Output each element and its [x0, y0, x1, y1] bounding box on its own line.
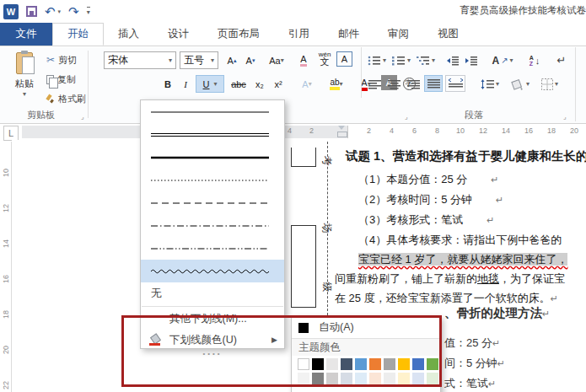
- decrease-indent-button[interactable]: [444, 51, 461, 69]
- tab-home[interactable]: 开始: [52, 23, 104, 46]
- undo-caret-icon[interactable]: ▾: [58, 8, 62, 15]
- shrink-font-button[interactable]: A▾: [242, 51, 259, 69]
- color-swatch[interactable]: [341, 373, 352, 384]
- chevron-down-icon[interactable]: ▾: [383, 56, 386, 64]
- paragraph-dialog-launcher-icon[interactable]: ⌟: [563, 113, 567, 121]
- underline-color-option[interactable]: 下划线颜色(U) ▶: [141, 329, 284, 351]
- underline-style-dashed[interactable]: [141, 191, 284, 214]
- color-swatch[interactable]: [427, 373, 438, 384]
- underline-style-thick[interactable]: [141, 146, 284, 169]
- color-swatch[interactable]: [369, 373, 381, 384]
- underline-style-single[interactable]: [141, 100, 284, 123]
- font-dialog-launcher-icon[interactable]: ⌟: [405, 113, 408, 121]
- chevron-down-icon[interactable]: ▾: [407, 56, 411, 64]
- bold-button[interactable]: B: [160, 75, 175, 93]
- tab-mailings[interactable]: 邮件: [324, 23, 374, 46]
- document-text[interactable]: 试题 1、营造和选择有益于婴儿健康和生长的环 （1）本题分值：25 分↵ （2）…: [335, 147, 586, 309]
- color-swatch[interactable]: [369, 358, 381, 370]
- character-border-button[interactable]: A: [336, 51, 352, 67]
- clear-formatting-button[interactable]: A: [295, 51, 312, 69]
- strikethrough-button[interactable]: abc: [228, 75, 250, 93]
- show-hide-marks-button[interactable]: ↵: [553, 51, 570, 69]
- save-icon[interactable]: [26, 6, 37, 17]
- italic-button[interactable]: I: [179, 75, 192, 93]
- color-swatch[interactable]: [312, 358, 324, 370]
- numbering-button[interactable]: ▾: [390, 51, 412, 69]
- borders-button[interactable]: ▾: [536, 75, 563, 93]
- shading-button[interactable]: ▾: [508, 75, 533, 93]
- multilevel-list-button[interactable]: ▾: [415, 51, 437, 69]
- tab-design[interactable]: 设计: [153, 23, 203, 46]
- customize-qat-icon[interactable]: ▾: [87, 7, 90, 16]
- underline-style-wavy[interactable]: [141, 260, 284, 282]
- chevron-down-icon[interactable]: ▾: [555, 80, 558, 88]
- highlight-color-button[interactable]: ab▾: [323, 75, 350, 93]
- undo-icon[interactable]: ↶: [45, 5, 56, 18]
- align-right-button[interactable]: [405, 75, 422, 93]
- underline-style-dash-dot-dot[interactable]: [141, 237, 284, 260]
- tab-view[interactable]: 视图: [423, 23, 473, 46]
- color-swatch[interactable]: [326, 358, 338, 370]
- align-center-button[interactable]: [385, 75, 402, 93]
- paste-caret-icon[interactable]: ▾: [7, 90, 42, 98]
- tab-review[interactable]: 审阅: [374, 23, 423, 46]
- line-spacing-button[interactable]: ▾: [477, 75, 503, 93]
- color-swatch[interactable]: [298, 373, 309, 384]
- color-swatch[interactable]: [384, 358, 395, 370]
- horizontal-ruler[interactable]: 4 2 2 4 6 8 10 12 14 16 18 20: [22, 126, 586, 138]
- tab-selector[interactable]: L: [3, 126, 19, 141]
- selected-text-line[interactable]: 宝宝已经 1 岁了，就要从姥姥家回来住了，: [335, 250, 586, 269]
- color-swatch[interactable]: [427, 358, 438, 370]
- underline-button[interactable]: U▾: [196, 75, 224, 93]
- chevron-down-icon[interactable]: ▾: [211, 56, 214, 64]
- superscript-button[interactable]: x²: [270, 75, 287, 93]
- underline-none-option[interactable]: 无: [141, 282, 284, 304]
- color-swatch[interactable]: [398, 373, 410, 384]
- paste-button[interactable]: 粘贴 ▾: [7, 51, 42, 115]
- color-swatch[interactable]: [412, 358, 424, 370]
- asian-layout-button[interactable]: A↗▾: [489, 51, 516, 69]
- justify-button[interactable]: [424, 75, 443, 92]
- increase-indent-button[interactable]: [463, 51, 480, 69]
- color-swatch[interactable]: [326, 373, 338, 384]
- underline-style-dotted[interactable]: [141, 169, 284, 191]
- color-swatch[interactable]: [398, 358, 410, 370]
- sort-button[interactable]: AZ↓: [524, 51, 545, 69]
- chevron-down-icon[interactable]: ▾: [526, 80, 530, 88]
- automatic-color-option[interactable]: 自动(A): [292, 317, 440, 338]
- color-swatch[interactable]: [384, 373, 395, 384]
- tab-file[interactable]: 文件: [0, 23, 52, 46]
- color-swatch[interactable]: [312, 373, 324, 384]
- copy-button[interactable]: 复制: [46, 72, 76, 87]
- underline-caret-icon[interactable]: ▾: [213, 80, 217, 88]
- color-swatch[interactable]: [355, 373, 367, 384]
- chevron-down-icon[interactable]: ▾: [169, 56, 172, 64]
- font-name-combo[interactable]: 宋体▾: [104, 51, 176, 69]
- word-logo-icon[interactable]: W: [3, 4, 19, 19]
- color-swatch[interactable]: [412, 373, 424, 384]
- chevron-down-icon[interactable]: ▾: [496, 80, 499, 88]
- bullets-button[interactable]: ▾: [366, 51, 388, 69]
- indent-marker[interactable]: [337, 126, 346, 137]
- phonetic-guide-button[interactable]: wén文: [315, 49, 334, 67]
- text-effects-button[interactable]: A▾: [294, 75, 320, 93]
- tab-page-layout[interactable]: 页面布局: [203, 23, 274, 46]
- tab-insert[interactable]: 插入: [104, 23, 153, 46]
- chevron-down-icon[interactable]: ▾: [432, 56, 435, 64]
- format-painter-button[interactable]: 格式刷: [46, 91, 86, 106]
- color-swatch[interactable]: [355, 358, 367, 370]
- more-underlines-option[interactable]: 其他下划线(M)...: [141, 309, 284, 329]
- grow-font-button[interactable]: A▴: [223, 51, 240, 69]
- vertical-ruler[interactable]: 10 12 14 16 18 20 22: [0, 142, 12, 392]
- change-case-button[interactable]: Aa▾: [264, 51, 289, 69]
- redo-icon[interactable]: ↷: [68, 5, 79, 18]
- clipboard-dialog-launcher-icon[interactable]: ⌟: [81, 113, 84, 121]
- color-swatch[interactable]: [298, 358, 309, 370]
- cut-button[interactable]: ✂ 剪切: [46, 52, 77, 67]
- align-left-button[interactable]: [366, 75, 383, 93]
- underline-style-dash-dot[interactable]: [141, 214, 284, 237]
- distribute-button[interactable]: [445, 75, 465, 92]
- subscript-button[interactable]: x₂: [251, 75, 268, 93]
- font-size-combo[interactable]: 五号▾: [180, 51, 218, 69]
- tab-references[interactable]: 引用: [274, 23, 324, 46]
